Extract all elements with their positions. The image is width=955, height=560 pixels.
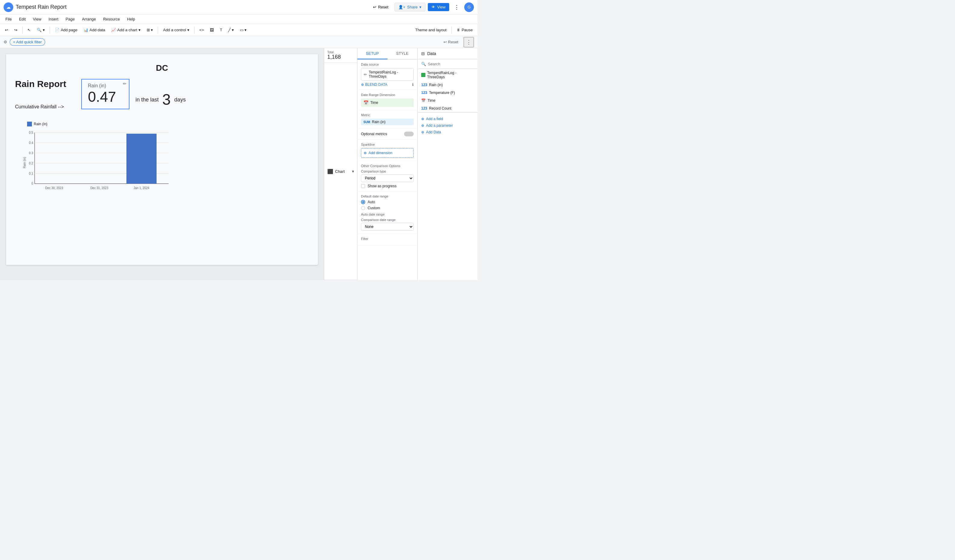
comparison-date-range-label: Comparison date range xyxy=(361,218,414,222)
tab-setup[interactable]: SETUP xyxy=(357,48,387,59)
add-data-button[interactable]: ⊕ Add Data xyxy=(421,129,474,136)
zoom-tool[interactable]: 🔍 ▾ xyxy=(34,27,47,33)
menu-file[interactable]: File xyxy=(2,16,15,23)
menu-edit[interactable]: Edit xyxy=(16,16,28,23)
line-button[interactable]: ╱ ▾ xyxy=(226,27,236,33)
view-button[interactable]: 👁 View xyxy=(428,3,449,11)
add-chart-button[interactable]: 📈 Add a chart ▾ xyxy=(109,27,143,33)
total-indicator: Total 1,168 xyxy=(324,48,357,63)
toolbar-divider-1 xyxy=(22,27,23,34)
add-data-button[interactable]: 📊 Add data xyxy=(81,27,108,33)
data-panel: ⊟ Data 🔍 TempestRainLog - ThreeDays 123 … xyxy=(417,48,478,280)
auto-radio[interactable] xyxy=(361,200,365,204)
add-field-button[interactable]: ⊕ Add a field xyxy=(421,116,474,122)
data-source-row[interactable]: ✏ TempestRainLog - ThreeDays xyxy=(361,68,414,81)
add-control-label: Add a control xyxy=(163,28,186,32)
avatar[interactable]: G xyxy=(464,2,474,12)
add-data-label: Add data xyxy=(89,28,105,32)
y-axis-title: Rain (in) xyxy=(23,157,26,168)
comparison-type-select[interactable]: Period xyxy=(361,174,414,182)
filter-icon: ⚙ xyxy=(4,40,7,44)
data-source-label: Data source xyxy=(361,63,414,66)
date-range-section: Date Range Dimension 📅 Time xyxy=(357,90,417,110)
menu-arrange[interactable]: Arrange xyxy=(79,16,99,23)
scorecard-widget[interactable]: ✏ Rain (in) 0.47 xyxy=(81,79,130,109)
setup-tabs: SETUP STYLE xyxy=(357,48,417,59)
image-button[interactable]: 🖼 xyxy=(207,27,216,33)
none-select[interactable]: None xyxy=(361,223,414,231)
search-icon: 🔍 xyxy=(421,62,426,66)
add-quick-filter-button[interactable]: + Add quick filter xyxy=(9,38,45,46)
date-range-value: Time xyxy=(370,100,378,105)
data-source-item-sheet[interactable]: TempestRainLog - ThreeDays xyxy=(418,69,478,81)
pause-button[interactable]: ⏸ Pause xyxy=(454,27,475,33)
custom-radio[interactable] xyxy=(361,206,365,210)
scorecard-value: 0.47 xyxy=(88,89,123,105)
data-item-rain[interactable]: 123 Rain (in) xyxy=(418,81,478,89)
tab-style[interactable]: STYLE xyxy=(387,48,418,59)
auto-radio-row[interactable]: Auto xyxy=(361,200,414,204)
custom-label: Custom xyxy=(368,206,380,210)
undo-button[interactable]: ↩ xyxy=(2,27,11,33)
datasource-name-item: TempestRainLog - ThreeDays xyxy=(427,71,474,79)
main-layout: DC Rain Report Cumulative Rainfall --> ✏… xyxy=(0,48,478,280)
shape-button[interactable]: ▭ ▾ xyxy=(238,27,249,33)
in-the-last-text: in the last xyxy=(136,97,159,103)
eye-icon: 👁 xyxy=(431,5,435,9)
filter-reset-icon: ↩ xyxy=(443,40,447,44)
more-options-button[interactable]: ⋮ xyxy=(452,2,462,13)
optional-metrics-toggle[interactable] xyxy=(404,131,414,136)
add-chart-chevron: ▾ xyxy=(138,28,141,32)
reset-button[interactable]: ↩ Reset xyxy=(369,3,392,11)
filter-bar: ⚙ + Add quick filter ↩ Reset ⋮ xyxy=(0,36,478,48)
data-item-record-count[interactable]: 123 Record Count xyxy=(418,105,478,112)
x-label-dec31: Dec 31, 2023 xyxy=(90,186,108,190)
redo-button[interactable]: ↪ xyxy=(12,27,20,33)
menu-bar: File Edit View Insert Page Arrange Resou… xyxy=(0,14,478,24)
add-component-button[interactable]: ⊞ ▾ xyxy=(144,27,156,33)
sparkline-add-dimension[interactable]: ⊕ Add dimension xyxy=(361,148,414,158)
share-button[interactable]: 👤+ Share ▾ xyxy=(395,3,426,11)
chart-type-selector[interactable]: ⬛ Chart ▾ xyxy=(324,63,357,280)
data-panel-title: Data xyxy=(427,51,436,56)
add-parameter-button[interactable]: ⊕ Add a parameter xyxy=(421,122,474,129)
custom-radio-row[interactable]: Custom xyxy=(361,206,414,210)
show-as-progress-checkbox[interactable] xyxy=(361,184,365,188)
temp-item-label: Temperature (F) xyxy=(429,91,455,95)
optional-metrics-section: Optional metrics xyxy=(357,128,417,140)
data-item-time[interactable]: 📅 Time xyxy=(418,97,478,105)
blend-data-button[interactable]: ⊕ BLEND DATA ℹ xyxy=(361,83,414,87)
filter-section: Filter xyxy=(357,234,417,246)
rain-item-label: Rain (in) xyxy=(429,83,443,87)
y-tick-05: 0.5 xyxy=(29,131,33,134)
legend-color-box xyxy=(27,122,32,127)
filter-more-button[interactable]: ⋮ xyxy=(463,37,474,47)
add-page-label: Add page xyxy=(61,28,78,32)
menu-insert[interactable]: Insert xyxy=(45,16,61,23)
theme-button[interactable]: Theme and layout xyxy=(413,27,449,33)
add-control-button[interactable]: Add a control ▾ xyxy=(160,27,192,33)
edit-icon[interactable]: ✏ xyxy=(123,81,127,86)
menu-page[interactable]: Page xyxy=(63,16,78,23)
optional-metrics-label: Optional metrics xyxy=(361,132,387,136)
add-page-button[interactable]: 📄 Add page xyxy=(52,27,80,33)
chart-type-label: Chart xyxy=(335,169,350,174)
edit-pencil-icon: ✏ xyxy=(364,72,367,77)
search-input[interactable] xyxy=(428,62,478,66)
filter-reset-button[interactable]: ↩ Reset xyxy=(440,39,461,45)
chart-container: Rain (in) Rain (in) 0.5 0.4 0.3 xyxy=(15,119,309,200)
cursor-tool[interactable]: ↖ xyxy=(25,27,33,33)
text-button[interactable]: T xyxy=(218,27,225,33)
menu-resource[interactable]: Resource xyxy=(100,16,123,23)
code-button[interactable]: <> xyxy=(197,27,206,33)
report-header: DC xyxy=(15,63,309,73)
show-as-progress-label: Show as progress xyxy=(368,184,396,188)
data-item-temp[interactable]: 123 Temperature (F) xyxy=(418,89,478,97)
theme-label: Theme and layout xyxy=(415,28,446,32)
chart-type-panel: Total 1,168 ⬛ Chart ▾ xyxy=(324,48,357,280)
menu-help[interactable]: Help xyxy=(124,16,138,23)
menu-view[interactable]: View xyxy=(30,16,44,23)
auto-date-range-label: Auto date range xyxy=(361,213,414,216)
bar-chart-svg: Rain (in) 0.5 0.4 0.3 0.2 xyxy=(21,130,172,196)
bar-jan1 xyxy=(127,134,157,184)
